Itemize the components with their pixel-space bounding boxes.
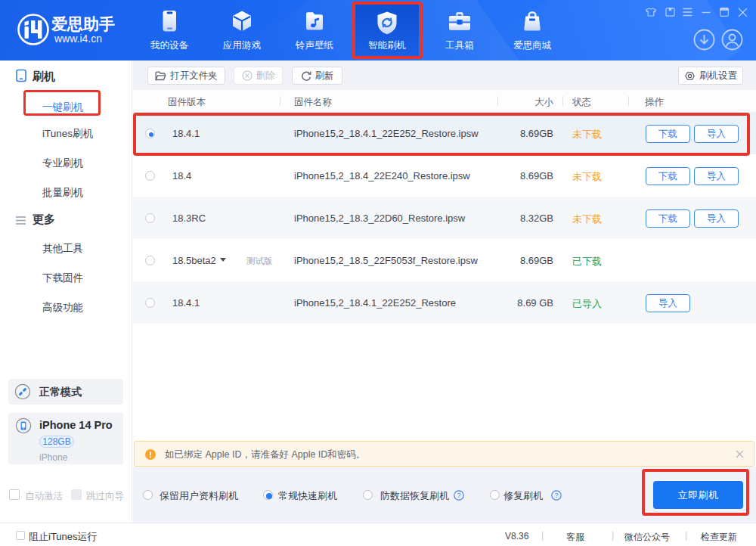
svg-text:?: ? <box>457 492 460 499</box>
svg-text:?: ? <box>554 492 558 499</box>
